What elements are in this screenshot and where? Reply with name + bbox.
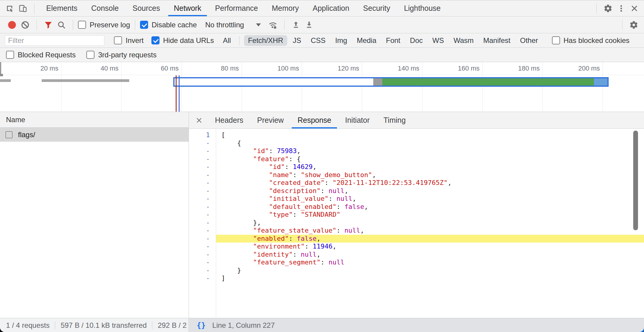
search-icon[interactable]: [55, 18, 68, 32]
checkbox[interactable]: [78, 21, 86, 29]
token: null: [301, 251, 317, 258]
more-menu-icon[interactable]: [615, 2, 628, 15]
token: [221, 227, 253, 234]
third-party-requests-checkbox[interactable]: 3rd-party requests: [86, 51, 157, 59]
scrollbar-thumb[interactable]: [633, 131, 638, 230]
filter-type-other[interactable]: Other: [516, 35, 542, 46]
token: [221, 171, 269, 179]
tab-lighthouse[interactable]: Lighthouse: [397, 0, 447, 16]
name-column-header[interactable]: Name: [0, 112, 189, 128]
device-toolbar-icon[interactable]: [16, 2, 29, 15]
checkbox[interactable]: [140, 21, 148, 29]
tab-network[interactable]: Network: [167, 0, 208, 16]
options-row: Blocked Requests 3rd-party requests: [0, 48, 644, 62]
preserve-log-checkbox[interactable]: Preserve log: [78, 21, 130, 29]
filter-type-all[interactable]: All: [219, 35, 235, 46]
filter-type-js[interactable]: JS: [289, 35, 305, 46]
hide-data-urls-label: Hide data URLs: [163, 36, 214, 45]
tab-performance[interactable]: Performance: [208, 0, 265, 16]
code-text: "initial_value": null,: [216, 195, 644, 203]
close-detail-icon[interactable]: [189, 117, 208, 124]
token: "show_demo_button": [301, 171, 372, 179]
detail-tab-preview[interactable]: Preview: [250, 112, 291, 128]
token: :: [289, 235, 297, 242]
ruler-tick: 120 ms: [302, 62, 362, 112]
network-settings-gear-icon[interactable]: [627, 18, 640, 32]
request-checkbox[interactable]: [5, 131, 13, 138]
filter-type-ws[interactable]: WS: [428, 35, 448, 46]
token: :: [336, 203, 344, 210]
detail-tab-headers[interactable]: Headers: [208, 112, 250, 128]
selected-request-bar[interactable]: [173, 77, 609, 87]
token: ,: [360, 227, 364, 234]
checkbox[interactable]: [86, 51, 94, 59]
filter-type-media[interactable]: Media: [353, 35, 380, 46]
token: [221, 211, 269, 218]
line-number: -: [189, 195, 216, 203]
checkbox[interactable]: [552, 36, 560, 44]
inspect-icon[interactable]: [3, 2, 16, 15]
settings-gear-icon[interactable]: [601, 2, 615, 15]
network-main-area: Name flags/ HeadersPreviewResponseInitia…: [0, 112, 644, 318]
code-text: "enabled": false,: [216, 235, 644, 243]
filter-type-manifest[interactable]: Manifest: [479, 35, 514, 46]
filter-input[interactable]: [5, 35, 104, 46]
clear-icon[interactable]: [19, 18, 32, 32]
network-overview[interactable]: 20 ms40 ms60 ms80 ms100 ms120 ms140 ms16…: [0, 62, 644, 112]
transferred-summary: 597 B / 10.1 kB transferred: [61, 321, 147, 330]
ruler-tick: 140 ms: [362, 62, 422, 112]
filter-type-css[interactable]: CSS: [307, 35, 329, 46]
export-har-icon[interactable]: [303, 18, 316, 32]
request-bar: [0, 79, 11, 82]
line-number: -: [189, 235, 216, 243]
filter-type-fetch-xhr[interactable]: Fetch/XHR: [244, 35, 287, 46]
tab-application[interactable]: Application: [306, 0, 356, 16]
code-text: "default_enabled": false,: [216, 203, 644, 211]
filter-type-doc[interactable]: Doc: [406, 35, 427, 46]
tab-console[interactable]: Console: [84, 0, 126, 16]
time-ruler: 20 ms40 ms60 ms80 ms100 ms120 ms140 ms16…: [0, 62, 644, 112]
pretty-print-icon[interactable]: {}: [197, 321, 206, 330]
source-status-bar: {} Line 1, Column 227: [189, 318, 644, 332]
detail-tab-bar: HeadersPreviewResponseInitiatorTiming: [189, 112, 644, 129]
close-devtools-icon[interactable]: [628, 2, 641, 15]
devtools-window: ElementsConsoleSourcesNetworkPerformance…: [0, 0, 644, 332]
checkbox[interactable]: [151, 36, 160, 44]
disable-cache-label: Disable cache: [152, 21, 197, 29]
disable-cache-checkbox[interactable]: Disable cache: [140, 21, 197, 29]
filter-funnel-icon[interactable]: [42, 18, 55, 32]
request-row-flags[interactable]: flags/: [0, 128, 189, 142]
waterfall-waiting-segment: [174, 78, 373, 86]
tab-security[interactable]: Security: [356, 0, 397, 16]
filter-type-wasm[interactable]: Wasm: [450, 35, 478, 46]
filter-type-font[interactable]: Font: [382, 35, 404, 46]
has-blocked-cookies-checkbox[interactable]: Has blocked cookies: [552, 36, 630, 45]
code-text: "id": 14629,: [216, 163, 644, 171]
tab-sources[interactable]: Sources: [126, 0, 167, 16]
detail-tab-timing[interactable]: Timing: [377, 112, 413, 128]
line-number: -: [189, 258, 216, 267]
checkbox[interactable]: [6, 51, 14, 59]
checkbox[interactable]: [114, 36, 122, 44]
token: "created_date": [269, 179, 324, 186]
token: "id": [269, 163, 285, 171]
blocked-requests-checkbox[interactable]: Blocked Requests: [6, 51, 76, 59]
hide-data-urls-checkbox[interactable]: Hide data URLs: [151, 36, 214, 45]
detail-tab-initiator[interactable]: Initiator: [338, 112, 377, 128]
token: "type": [269, 211, 293, 218]
token: [221, 243, 253, 250]
response-code-viewer: 1[- {- "id": 75983,- "feature": {- "id":…: [189, 129, 644, 318]
filter-type-img[interactable]: Img: [331, 35, 351, 46]
tab-elements[interactable]: Elements: [39, 0, 84, 16]
detail-tabs: HeadersPreviewResponseInitiatorTiming: [208, 112, 413, 128]
throttling-dropdown[interactable]: No throttling: [205, 21, 261, 29]
tab-memory[interactable]: Memory: [265, 0, 306, 16]
divider: [596, 3, 597, 14]
invert-checkbox[interactable]: Invert: [114, 36, 144, 45]
import-har-icon[interactable]: [289, 18, 303, 32]
code-line: - "enabled": false,: [189, 235, 644, 243]
detail-tab-response[interactable]: Response: [291, 112, 338, 128]
record-icon[interactable]: [5, 18, 19, 32]
network-conditions-icon[interactable]: [266, 18, 279, 32]
token: null: [344, 227, 360, 234]
